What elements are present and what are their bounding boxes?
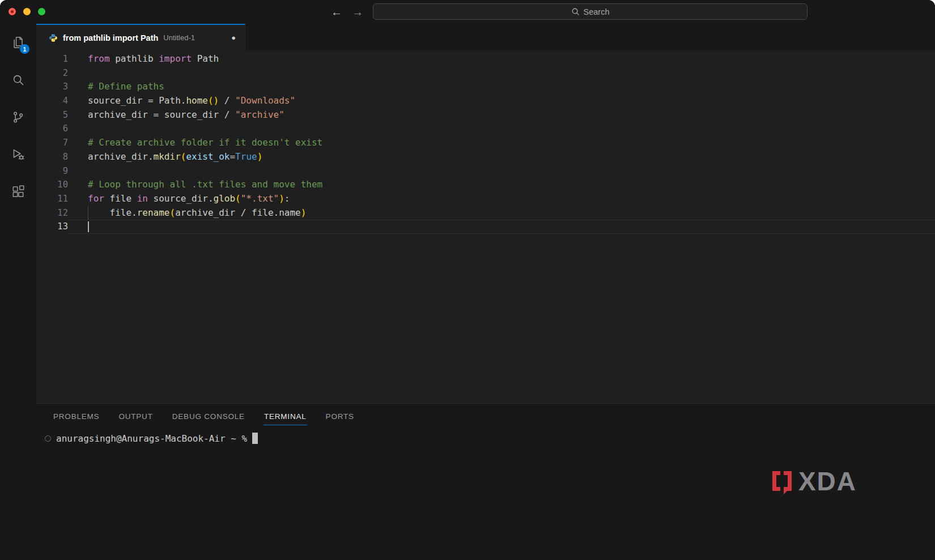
activity-bar: 1 [0, 24, 36, 560]
panel-tab-terminal[interactable]: TERMINAL [264, 412, 307, 425]
terminal-command-decoration-icon [45, 435, 51, 442]
code-token: archive_dir / file.name [175, 207, 301, 218]
code-token: / [219, 95, 235, 106]
code-token: rename [137, 207, 170, 218]
code-token: file [104, 193, 137, 204]
run-debug-icon [11, 147, 26, 162]
line-number: 8 [36, 150, 68, 164]
code-token: "archive" [235, 109, 284, 120]
code-editor[interactable]: 1from pathlib import Path23# Define path… [36, 50, 935, 403]
run-debug-button[interactable] [0, 136, 36, 173]
code-token: source_dir = Path. [88, 95, 186, 106]
extensions-icon [11, 185, 26, 199]
code-line-11[interactable]: 11for file in source_dir.glob("*.txt"): [36, 192, 935, 206]
indent-guide [88, 206, 88, 220]
back-button[interactable]: ← [331, 4, 342, 20]
panel-tab-ports[interactable]: PORTS [325, 412, 355, 425]
line-content [68, 66, 935, 80]
line-number: 12 [36, 206, 68, 220]
code-token: Path [192, 53, 219, 64]
close-button[interactable] [8, 8, 16, 15]
code-line-6[interactable]: 6 [36, 122, 935, 136]
code-token: archive_dir. [88, 151, 154, 162]
window-controls [8, 8, 45, 15]
code-line-7[interactable]: 7# Create archive folder if it doesn't e… [36, 136, 935, 150]
code-line-12[interactable]: 12 file.rename(archive_dir / file.name) [36, 206, 935, 220]
code-line-13[interactable]: 13 [36, 220, 935, 234]
line-content: from pathlib import Path [68, 52, 935, 66]
tab-detail: Untitled-1 [163, 33, 195, 42]
tab-title: from pathlib import Path [63, 33, 158, 42]
code-token: = [230, 151, 235, 162]
xda-logo-icon [771, 468, 793, 494]
zoom-button[interactable] [38, 8, 45, 15]
line-content [68, 220, 935, 234]
code-token: ) [257, 151, 263, 162]
code-token: ( [181, 151, 186, 162]
line-number: 9 [36, 164, 68, 178]
code-token: pathlib [110, 53, 159, 64]
code-lines: 1from pathlib import Path23# Define path… [36, 52, 935, 234]
line-number: 10 [36, 178, 68, 192]
code-line-8[interactable]: 8archive_dir.mkdir(exist_ok=True) [36, 150, 935, 164]
code-line-10[interactable]: 10# Loop through all .txt files and move… [36, 178, 935, 192]
panel-tab-debug-console[interactable]: DEBUG CONSOLE [172, 412, 245, 425]
git-branch-icon [11, 110, 26, 125]
code-token: for [88, 193, 104, 204]
line-content [68, 122, 935, 136]
code-token: home [186, 95, 208, 106]
code-token: ( [170, 207, 176, 218]
code-line-9[interactable]: 9 [36, 164, 935, 178]
editor-cursor [88, 221, 89, 232]
xda-watermark: XDA [771, 468, 857, 494]
code-line-4[interactable]: 4source_dir = Path.home() / "Downloads" [36, 94, 935, 108]
line-number: 1 [36, 52, 68, 66]
code-token: from [88, 53, 110, 64]
code-token: import [159, 53, 192, 64]
code-line-1[interactable]: 1from pathlib import Path [36, 52, 935, 66]
panel-tabs: PROBLEMSOUTPUTDEBUG CONSOLETERMINALPORTS [36, 404, 935, 425]
line-content [68, 164, 935, 178]
command-center-search[interactable]: Search [373, 3, 808, 20]
extensions-button[interactable] [0, 173, 36, 211]
search-icon [11, 72, 26, 87]
editor-tab-untitled-1[interactable]: from pathlib import Path Untitled-1 ● [36, 24, 245, 50]
line-number: 4 [36, 94, 68, 108]
minimize-button[interactable] [23, 8, 31, 15]
terminal-cursor [252, 433, 258, 444]
code-line-5[interactable]: 5archive_dir = source_dir / "archive" [36, 108, 935, 122]
vscode-window: ← → Search 1 [0, 0, 935, 560]
explorer-badge: 1 [20, 44, 29, 54]
line-content: # Define paths [68, 80, 935, 94]
line-number: 2 [36, 66, 68, 80]
code-token: source_dir. [148, 193, 214, 204]
line-number: 11 [36, 192, 68, 206]
terminal[interactable]: anuragsingh@Anurags-MacBook-Air ~ % [36, 433, 935, 444]
code-token: ) [301, 207, 307, 218]
source-control-button[interactable] [0, 99, 36, 136]
line-number: 6 [36, 122, 68, 136]
titlebar: ← → Search [0, 0, 935, 24]
search-placeholder: Search [584, 7, 610, 16]
xda-watermark-text: XDA [798, 468, 857, 494]
line-content: archive_dir.mkdir(exist_ok=True) [68, 150, 935, 164]
modified-indicator[interactable]: ● [231, 33, 236, 42]
line-content: archive_dir = source_dir / "archive" [68, 108, 935, 122]
panel-tab-problems[interactable]: PROBLEMS [53, 412, 100, 425]
line-content: source_dir = Path.home() / "Downloads" [68, 94, 935, 108]
code-token: archive_dir = source_dir / [88, 109, 235, 120]
line-content: # Loop through all .txt files and move t… [68, 178, 935, 192]
panel-tab-output[interactable]: OUTPUT [118, 412, 153, 425]
line-number: 13 [36, 220, 68, 234]
code-token: glob [214, 193, 236, 204]
search-sidebar-button[interactable] [0, 61, 36, 99]
code-token: "Downloads" [235, 95, 295, 106]
code-token: mkdir [154, 151, 181, 162]
code-line-3[interactable]: 3# Define paths [36, 80, 935, 94]
line-number: 3 [36, 80, 68, 94]
explorer-button[interactable]: 1 [0, 24, 36, 61]
forward-button[interactable]: → [352, 4, 363, 20]
python-icon [49, 33, 58, 42]
code-line-2[interactable]: 2 [36, 66, 935, 80]
code-token: True [235, 151, 257, 162]
